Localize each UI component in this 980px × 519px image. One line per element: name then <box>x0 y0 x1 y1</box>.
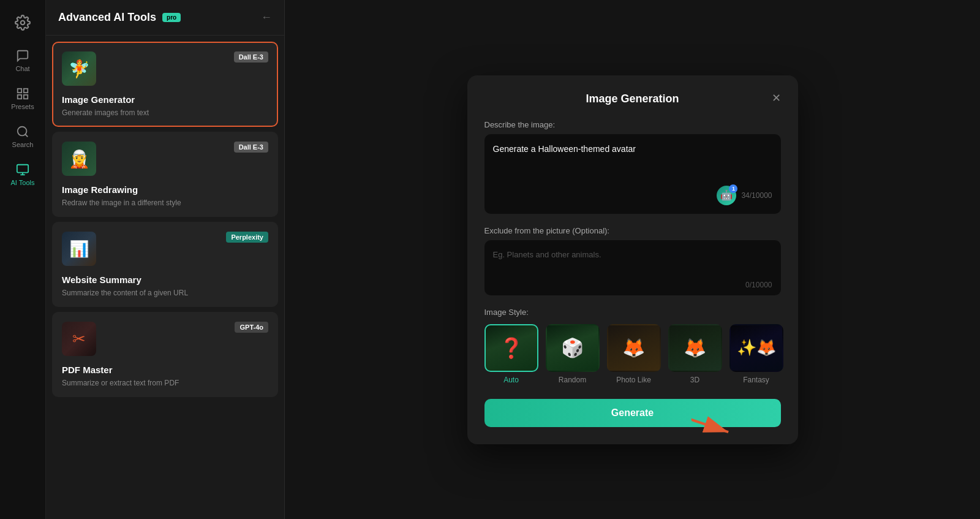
style-name-random: Random <box>559 376 586 384</box>
exclude-textarea[interactable]: Eg. Planets and other animals. 0/10000 <box>484 240 781 295</box>
modal-header: Image Generation ✕ <box>484 93 781 105</box>
describe-label: Describe the image: <box>484 120 781 129</box>
style-thumb-photo-like: 🦊 <box>607 324 661 372</box>
exclude-placeholder: Eg. Planets and other animals. <box>493 250 601 259</box>
image-generation-modal: Image Generation ✕ Describe the image: G… <box>467 75 798 444</box>
describe-textarea[interactable]: Generate a Halloween-themed avatar <box>493 143 772 180</box>
tool-card-pdf-master[interactable]: ✂ GPT-4o PDF Master Summarize or extract… <box>52 312 278 397</box>
svg-rect-1 <box>18 89 21 93</box>
pro-badge: pro <box>162 13 181 22</box>
svg-line-6 <box>25 134 28 137</box>
tool-card-top-4: ✂ GPT-4o <box>62 322 268 356</box>
tool-card-website-summary[interactable]: 📊 Perplexity Website Summary Summarize t… <box>52 222 278 307</box>
tool-name-pdf-master: PDF Master <box>62 365 268 375</box>
tool-desc-image-redrawing: Redraw the image in a different style <box>62 199 268 207</box>
generate-button-wrap: Generate <box>484 399 781 427</box>
svg-rect-2 <box>24 89 28 93</box>
tool-badge-dalle-1: Dall E-3 <box>234 51 268 63</box>
tools-list: 🧚 Dall E-3 Image Generator Generate imag… <box>46 36 284 403</box>
tool-name-image-redrawing: Image Redrawing <box>62 184 268 195</box>
style-thumb-fantasy: ✨🦊 <box>729 324 783 372</box>
style-options: ❓ Auto 🎲 Random 🦊 Photo Like <box>484 324 781 384</box>
modal-close-button[interactable]: ✕ <box>772 91 781 105</box>
tool-icon-pdf-master: ✂ <box>62 322 96 356</box>
main-area: Image Generation ✕ Describe the image: G… <box>285 0 980 519</box>
exclude-label: Exclude from the picture (Optional): <box>484 226 781 235</box>
question-mark-icon: ❓ <box>499 336 524 360</box>
tool-name-website-summary: Website Summary <box>62 275 268 285</box>
tool-badge-gpt4o: GPT-4o <box>235 322 268 333</box>
svg-rect-7 <box>17 165 28 173</box>
tool-card-image-generator[interactable]: 🧚 Dall E-3 Image Generator Generate imag… <box>52 42 278 127</box>
style-thumb-auto: ❓ <box>484 324 538 372</box>
tool-card-top-3: 📊 Perplexity <box>62 232 268 266</box>
ai-badge-icon: 🤖 1 <box>717 186 736 205</box>
style-option-3d[interactable]: 🦊 3D <box>668 324 722 384</box>
tools-header-left: Advanced AI Tools pro <box>58 11 181 24</box>
tool-card-top-2: 🧝 Dall E-3 <box>62 142 268 176</box>
style-option-random[interactable]: 🎲 Random <box>546 324 600 384</box>
describe-textarea-wrap: Generate a Halloween-themed avatar 🤖 1 3… <box>484 134 781 214</box>
tool-desc-website-summary: Summarize the content of a given URL <box>62 289 268 297</box>
tool-desc-pdf-master: Summarize or extract text from PDF <box>62 379 268 387</box>
generate-button[interactable]: Generate <box>484 399 781 427</box>
sidebar-item-chat[interactable]: Chat <box>0 42 45 80</box>
modal-title: Image Generation <box>586 93 679 105</box>
tool-icon-image-redrawing: 🧝 <box>62 142 96 176</box>
collapse-sidebar-button[interactable]: ← <box>261 11 272 24</box>
style-label: Image Style: <box>484 308 781 317</box>
tool-badge-dalle-2: Dall E-3 <box>234 142 268 153</box>
sidebar-item-aitools[interactable]: AI Tools <box>0 156 45 194</box>
sidebar-aitools-label: AI Tools <box>11 179 35 186</box>
exclude-char-count: 0/10000 <box>745 281 772 289</box>
sidebar-search-label: Search <box>12 141 34 148</box>
tool-icon-website-summary: 📊 <box>62 232 96 266</box>
tool-name-image-generator: Image Generator <box>62 94 268 105</box>
sidebar-presets-label: Presets <box>11 103 34 110</box>
fantasy-icon: ✨🦊 <box>737 338 776 357</box>
style-option-fantasy[interactable]: ✨🦊 Fantasy <box>729 324 783 384</box>
tool-card-image-redrawing[interactable]: 🧝 Dall E-3 Image Redrawing Redraw the im… <box>52 132 278 217</box>
style-name-auto: Auto <box>503 376 519 384</box>
style-name-3d: 3D <box>690 376 699 384</box>
svg-line-11 <box>691 409 728 442</box>
sidebar-item-presets[interactable]: Presets <box>0 80 45 118</box>
tools-header: Advanced AI Tools pro ← <box>46 0 284 36</box>
fox-photo-icon: 🦊 <box>622 337 645 358</box>
describe-footer: 🤖 1 34/10000 <box>493 186 772 205</box>
svg-point-0 <box>21 21 25 25</box>
tool-badge-perplexity: Perplexity <box>226 232 268 243</box>
tool-desc-image-generator: Generate images from text <box>62 108 268 117</box>
sidebar-item-search[interactable]: Search <box>0 118 45 156</box>
ai-assist-button[interactable]: 🤖 1 <box>717 186 736 205</box>
tool-card-top: 🧚 Dall E-3 <box>62 51 268 86</box>
char-count: 34/10000 <box>741 191 772 200</box>
svg-rect-4 <box>24 95 28 99</box>
style-name-fantasy: Fantasy <box>743 376 769 384</box>
style-thumb-3d: 🦊 <box>668 324 722 372</box>
notification-badge: 1 <box>729 184 737 193</box>
tool-icon-image-generator: 🧚 <box>62 51 96 86</box>
svg-point-5 <box>18 127 27 136</box>
dice-icon: 🎲 <box>561 337 584 358</box>
svg-rect-3 <box>18 95 21 99</box>
style-thumb-random: 🎲 <box>546 324 600 372</box>
tools-sidebar: Advanced AI Tools pro ← 🧚 Dall E-3 Image… <box>46 0 285 519</box>
style-name-photo-like: Photo Like <box>616 376 651 384</box>
style-option-photo-like[interactable]: 🦊 Photo Like <box>607 324 661 384</box>
style-option-auto[interactable]: ❓ Auto <box>484 324 538 384</box>
fox-3d-icon: 🦊 <box>684 337 706 358</box>
tools-title: Advanced AI Tools <box>58 11 156 24</box>
settings-icon-top[interactable] <box>15 6 31 42</box>
sidebar-chat-label: Chat <box>15 65 29 72</box>
nav-sidebar: Chat Presets Search AI Tools <box>0 0 46 519</box>
